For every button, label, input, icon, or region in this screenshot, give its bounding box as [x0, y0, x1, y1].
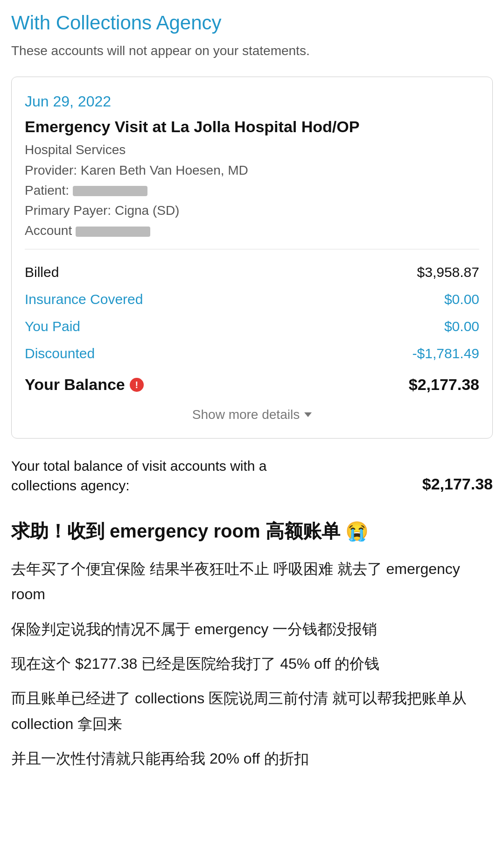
chevron-down-icon	[304, 412, 312, 417]
balance-label-group: Your Balance !	[25, 374, 144, 396]
patient-row: Patient:	[25, 181, 479, 199]
insurance-amount: $0.00	[444, 290, 479, 309]
account-label: Account	[25, 223, 72, 238]
total-amount: $2,177.38	[422, 473, 493, 496]
account-row: Account	[25, 221, 479, 240]
provider-label: Provider:	[25, 163, 77, 177]
insurance-row: Insurance Covered $0.00	[25, 286, 479, 313]
show-more-label: Show more details	[192, 407, 300, 422]
payer-label: Primary Payer:	[25, 203, 111, 218]
alert-icon: !	[130, 378, 144, 392]
show-more-button[interactable]: Show more details	[25, 400, 479, 424]
insurance-label: Insurance Covered	[25, 290, 143, 309]
you-paid-amount: $0.00	[444, 317, 479, 336]
payer-name: Cigna (SD)	[115, 203, 179, 218]
provider-row: Provider: Karen Beth Van Hoesen, MD	[25, 161, 479, 179]
payer-row: Primary Payer: Cigna (SD)	[25, 201, 479, 220]
discounted-label: Discounted	[25, 344, 95, 363]
post-section: 求助！收到 emergency room 高额账单 😭 去年买了个便宜保险 结果…	[11, 510, 493, 772]
visit-date: Jun 29, 2022	[25, 91, 479, 112]
balance-row: Your Balance ! $2,177.38	[25, 370, 479, 400]
patient-redacted	[73, 186, 147, 196]
total-text: Your total balance of visit accounts wit…	[11, 456, 268, 496]
post-paragraph-3: 现在这个 $2177.38 已经是医院给我打了 45% off 的价钱	[11, 651, 493, 676]
you-paid-row: You Paid $0.00	[25, 313, 479, 340]
provider-name: Karen Beth Van Hoesen, MD	[81, 163, 248, 177]
discounted-row: Discounted -$1,781.49	[25, 340, 479, 367]
billed-row: Billed $3,958.87	[25, 259, 479, 286]
post-body: 去年买了个便宜保险 结果半夜狂吐不止 呼吸困难 就去了 emergency ro…	[11, 556, 493, 772]
divider	[25, 249, 479, 249]
page-title: With Collections Agency	[11, 9, 493, 37]
visit-title: Emergency Visit at La Jolla Hospital Hod…	[25, 116, 479, 138]
post-paragraph-4: 而且账单已经进了 collections 医院说周三前付清 就可以帮我把账单从 …	[11, 686, 493, 737]
you-paid-label: You Paid	[25, 317, 80, 336]
post-paragraph-1: 去年买了个便宜保险 结果半夜狂吐不止 呼吸困难 就去了 emergency ro…	[11, 556, 493, 607]
page-subtitle: These accounts will not appear on your s…	[11, 42, 493, 60]
account-card: Jun 29, 2022 Emergency Visit at La Jolla…	[11, 77, 493, 439]
post-paragraph-2: 保险判定说我的情况不属于 emergency 一分钱都没报销	[11, 616, 493, 642]
total-section: Your total balance of visit accounts wit…	[11, 452, 493, 510]
balance-label: Your Balance	[25, 374, 125, 396]
post-title: 求助！收到 emergency room 高额账单 😭	[11, 519, 493, 543]
discounted-amount: -$1,781.49	[413, 344, 479, 363]
balance-amount: $2,177.38	[409, 374, 479, 396]
billed-label: Billed	[25, 262, 59, 282]
service-type: Hospital Services	[25, 141, 479, 159]
account-redacted	[76, 227, 150, 237]
billed-amount: $3,958.87	[417, 262, 479, 282]
post-paragraph-5: 并且一次性付清就只能再给我 20% off 的折扣	[11, 746, 493, 771]
patient-label: Patient:	[25, 183, 69, 198]
